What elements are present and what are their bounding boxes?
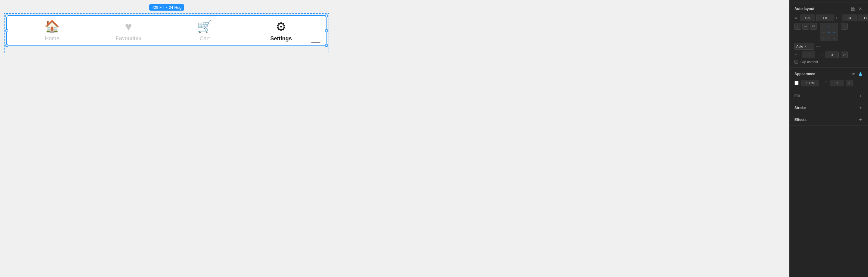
nav-item-home[interactable]: 🏠 Home xyxy=(14,20,90,42)
alignment-grid xyxy=(820,23,838,41)
w-mode[interactable]: Fill xyxy=(816,14,834,21)
auto-layout-header: Auto layout ✕ xyxy=(795,6,863,11)
appearance-row: 100% ⌒ 0 ⤢ xyxy=(795,80,863,86)
auto-dropdown[interactable]: Auto ▼ xyxy=(795,43,814,50)
align-tl[interactable] xyxy=(821,24,826,29)
arrow-down-btn[interactable]: ↓ xyxy=(795,23,801,30)
home-icon: 🏠 xyxy=(44,20,60,34)
nav-item-cart[interactable]: 🛒 Cart xyxy=(166,20,243,42)
auto-layout-icons: ✕ xyxy=(850,6,863,11)
selection-box[interactable]: 🏠 Home ♥ Favourites 🛒 Cart xyxy=(6,15,327,46)
arrow-right-btn[interactable]: → xyxy=(802,23,809,30)
cart-icon: 🛒 xyxy=(197,20,212,34)
handle-mid-left[interactable] xyxy=(5,29,8,32)
close-auto-layout-icon[interactable]: ✕ xyxy=(858,6,863,11)
clip-content-label: Clip content xyxy=(801,60,818,64)
add-stroke-button[interactable]: + xyxy=(858,105,863,111)
home-label: Home xyxy=(45,35,59,42)
settings-label: Settings xyxy=(270,35,292,42)
h-value[interactable]: 24 xyxy=(842,14,857,21)
fill-title: Fill xyxy=(795,94,800,98)
w-label: W xyxy=(795,16,799,20)
gap-row: Auto ▼ xyxy=(795,43,863,50)
direction-buttons: ↓ → ↺ xyxy=(795,23,817,30)
handle-bottom-left[interactable] xyxy=(5,44,8,47)
nav-item-favourites[interactable]: ♥ Favourites xyxy=(90,20,166,41)
h-padding-value[interactable]: 0 xyxy=(802,52,815,58)
dot1 xyxy=(816,46,817,47)
corner-radius-value[interactable]: 0 xyxy=(830,80,843,86)
align-bl[interactable] xyxy=(821,35,826,40)
nav-bar: 🏠 Home ♥ Favourites 🛒 Cart xyxy=(7,16,327,45)
dash-indicator xyxy=(311,42,320,43)
svg-rect-2 xyxy=(851,9,853,10)
appearance-header: Appearance 👁 💧 xyxy=(795,71,863,77)
align-tr[interactable] xyxy=(832,24,837,29)
handle-bottom-right[interactable] xyxy=(325,44,328,47)
handle-top-left[interactable] xyxy=(5,14,8,17)
h-mode[interactable]: Hug xyxy=(858,14,868,21)
panel-top-spacer xyxy=(789,0,868,2)
canvas: 429 Fill × 24 Hug 🏠 Home xyxy=(0,0,789,277)
align-bc[interactable] xyxy=(827,35,831,40)
svg-rect-1 xyxy=(854,7,855,8)
align-br[interactable] xyxy=(832,35,837,40)
handle-top-right[interactable] xyxy=(325,14,328,17)
wh-row: W 429 Fill H 24 Hug xyxy=(795,14,863,21)
width-group: W 429 Fill xyxy=(795,14,834,21)
height-group: H 24 Hug xyxy=(836,14,868,21)
opacity-swatch[interactable] xyxy=(795,81,799,85)
stroke-section[interactable]: Stroke + xyxy=(789,102,868,114)
align-mr[interactable] xyxy=(832,30,837,35)
heart-icon: ♥ xyxy=(125,20,132,33)
align-mc[interactable] xyxy=(827,30,831,35)
corner-radius-icon: ⌒ xyxy=(824,81,828,86)
clip-content-row: Clip content xyxy=(795,60,863,64)
v-padding-group: ⊤⊥ 0 xyxy=(818,52,839,58)
favourites-label: Favourites xyxy=(116,35,141,41)
appearance-title: Appearance xyxy=(795,72,815,76)
appearance-section: Appearance 👁 💧 100% ⌒ 0 ⤢ xyxy=(789,68,868,90)
v-padding-icon: ⊤⊥ xyxy=(818,53,824,57)
fullscreen-icon[interactable]: ⤢ xyxy=(846,80,852,86)
right-panel: Auto layout ✕ W 429 F xyxy=(789,0,868,277)
arrow-wrap-btn[interactable]: ↺ xyxy=(810,23,817,30)
dot3 xyxy=(819,46,820,47)
add-fill-button[interactable]: + xyxy=(858,93,863,99)
align-tc[interactable] xyxy=(827,24,831,29)
effects-section[interactable]: Effects + xyxy=(789,114,868,126)
auto-dropdown-label: Auto xyxy=(796,44,803,48)
auto-dropdown-arrow: ▼ xyxy=(804,45,807,48)
svg-rect-0 xyxy=(851,7,853,8)
v-padding-value[interactable]: 0 xyxy=(825,52,839,58)
nav-component-wrapper: 429 Fill × 24 Hug 🏠 Home xyxy=(6,15,723,46)
fill-section[interactable]: Fill + xyxy=(789,90,868,102)
stroke-title: Stroke xyxy=(795,106,806,110)
clip-content-checkbox[interactable] xyxy=(795,60,798,64)
padding-row: ⊢⊣ 0 ⊤⊥ 0 ⤢ xyxy=(795,52,863,58)
w-value[interactable]: 429 xyxy=(800,14,815,21)
distribute-icon[interactable]: ⇅ xyxy=(841,23,848,30)
opacity-value[interactable]: 100% xyxy=(801,80,819,86)
auto-layout-title: Auto layout xyxy=(795,7,814,11)
auto-layout-section: Auto layout ✕ W 429 F xyxy=(789,2,868,68)
direction-row: ↓ → ↺ xyxy=(795,23,863,41)
svg-rect-3 xyxy=(854,9,855,10)
nav-item-settings[interactable]: ⚙ Settings xyxy=(243,20,319,42)
effects-title: Effects xyxy=(795,118,807,122)
dot2 xyxy=(818,46,818,47)
h-padding-icon: ⊢⊣ xyxy=(795,53,801,57)
appearance-icons: 👁 💧 xyxy=(850,71,863,77)
cart-label: Cart xyxy=(199,35,210,42)
add-effects-button[interactable]: + xyxy=(858,117,863,122)
expand-icon[interactable] xyxy=(850,6,856,11)
handle-mid-right[interactable] xyxy=(325,29,328,32)
size-tooltip: 429 Fill × 24 Hug xyxy=(149,4,184,10)
fill-style-icon[interactable]: 💧 xyxy=(858,71,863,77)
distribute-dots xyxy=(816,46,820,47)
visibility-icon[interactable]: 👁 xyxy=(850,71,856,77)
align-ml[interactable] xyxy=(821,30,826,35)
resize-icon[interactable]: ⤢ xyxy=(841,52,848,58)
settings-icon: ⚙ xyxy=(276,20,286,34)
h-padding-group: ⊢⊣ 0 xyxy=(795,52,815,58)
